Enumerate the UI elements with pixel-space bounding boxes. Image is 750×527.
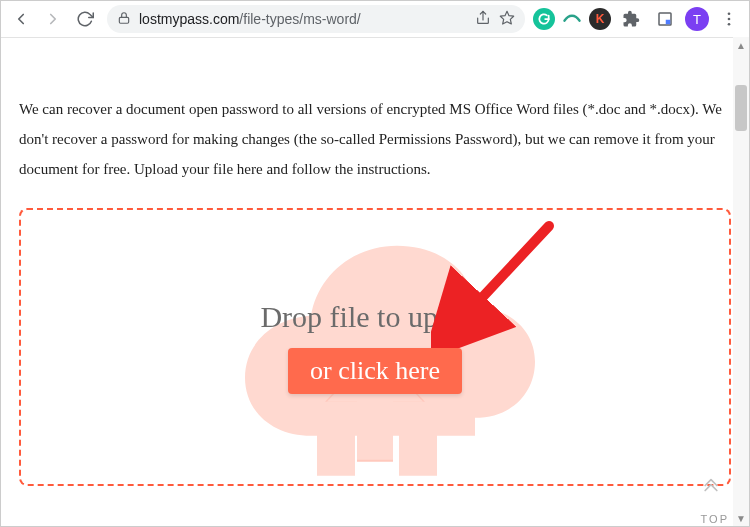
forward-button[interactable] [39,5,67,33]
address-bar[interactable]: lostmypass.com/file-types/ms-word/ [107,5,525,33]
extension-k-icon[interactable]: K [589,8,611,30]
extensions-puzzle-icon[interactable] [617,5,645,33]
scrollbar-down-icon[interactable]: ▼ [733,510,749,526]
browser-toolbar: lostmypass.com/file-types/ms-word/ K T [1,1,749,38]
url-text: lostmypass.com/file-types/ms-word/ [139,11,467,27]
page-content: We can recover a document open password … [1,38,749,527]
svg-marker-2 [500,11,513,24]
extension-grammarly-icon[interactable] [533,8,555,30]
click-here-button[interactable]: or click here [288,348,462,394]
description-text: We can recover a document open password … [19,94,731,184]
vertical-scrollbar[interactable]: ▲ ▼ [733,37,749,526]
extensions-area: K T [533,5,743,33]
svg-point-6 [728,18,731,21]
share-icon[interactable] [475,10,491,29]
scrollbar-thumb[interactable] [735,85,747,131]
svg-point-7 [728,23,731,26]
svg-rect-0 [119,17,128,23]
back-button[interactable] [7,5,35,33]
bookmark-star-icon[interactable] [499,10,515,29]
svg-rect-4 [666,20,671,25]
upload-dropzone[interactable]: Drop file to upload or click here [19,208,731,486]
lock-icon [117,11,131,28]
top-label: TOP [701,513,729,525]
menu-dots-icon[interactable] [715,5,743,33]
extension-k-label: K [596,12,605,26]
dropzone-title: Drop file to upload [260,300,489,334]
svg-point-5 [728,12,731,15]
avatar-initial: T [693,12,701,27]
scrollbar-up-icon[interactable]: ▲ [733,37,749,53]
extension-swoosh-icon[interactable] [561,8,583,30]
profile-avatar[interactable]: T [685,7,709,31]
reload-button[interactable] [71,5,99,33]
extension-square-icon[interactable] [651,5,679,33]
